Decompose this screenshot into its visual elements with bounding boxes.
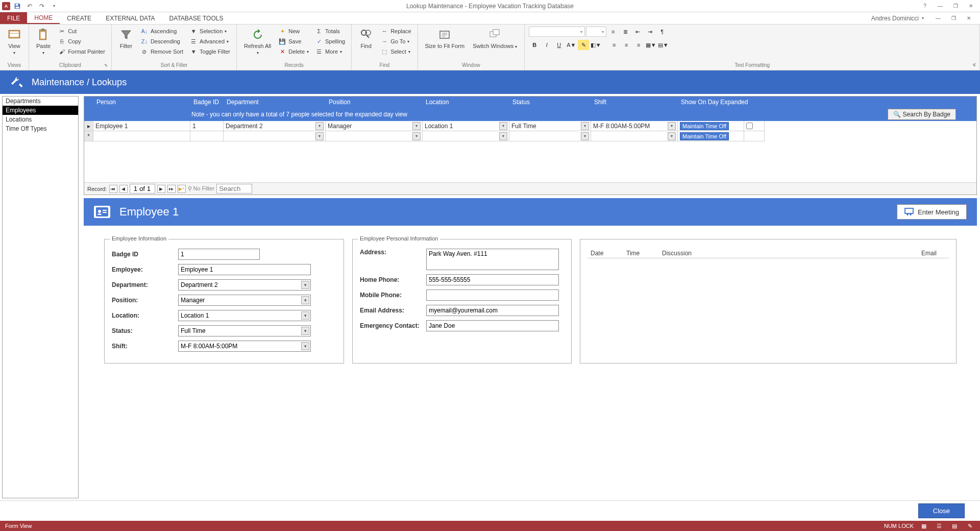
highlight-button[interactable]: ✎ [578,40,589,50]
clipboard-launcher[interactable]: ⬊ [104,63,110,69]
cell-person[interactable]: Employee 1 [93,121,190,131]
mobile-phone-input[interactable] [426,289,559,301]
view-layout-icon[interactable]: ▤ [949,522,960,530]
qat-more-icon[interactable]: ▾ [49,1,59,11]
cell-location[interactable]: Location 1 [423,121,509,131]
cell-badge[interactable]: 1 [190,121,224,131]
location-combo[interactable] [178,310,311,321]
table-row-new[interactable]: * Maintain Time Off [84,131,976,141]
cell-person[interactable] [93,131,190,141]
cell-department[interactable] [224,131,326,141]
show-expanded-check[interactable] [744,121,765,131]
position-combo[interactable] [178,295,311,306]
nav-prev-button[interactable]: ◀ [119,185,128,193]
underline-button[interactable]: U [553,40,565,50]
shift-combo[interactable] [178,341,311,352]
cell-shift[interactable] [591,131,678,141]
cell-department[interactable]: Department 2 [224,121,326,131]
align-right-button[interactable]: ≡ [633,40,644,50]
switch-windows-button[interactable]: Switch Windows ▾ [470,27,520,51]
fill-button[interactable]: ◧▼ [590,40,601,50]
align-left-button[interactable]: ≡ [608,40,620,50]
ltr-icon[interactable]: ¶ [656,27,668,37]
gridlines-button[interactable]: ▦▼ [645,40,656,50]
expanded-checkbox[interactable] [746,123,753,129]
close-form-button[interactable]: Close [918,503,965,518]
cell-position[interactable] [326,131,423,141]
redo-icon[interactable]: ↷ [37,1,47,11]
bold-button[interactable]: B [529,40,540,50]
replace-button[interactable]: ↔Replace [378,27,413,36]
align-center-button[interactable]: ≡ [621,40,632,50]
restore-button[interactable]: ❐ [948,1,963,11]
undo-icon[interactable]: ↶ [24,1,35,11]
cell-badge[interactable] [190,131,224,141]
indent-dec-icon[interactable]: ⇤ [632,27,643,37]
mdi-minimize-button[interactable]: — [931,13,945,23]
size-to-fit-button[interactable]: Size to Fit Form [422,27,468,50]
sidebar-item-locations[interactable]: Locations [3,115,78,124]
view-button[interactable]: View▾ [4,27,24,57]
font-size-combo[interactable] [586,27,606,37]
tab-file[interactable]: FILE [0,12,27,24]
table-row[interactable]: ▸ Employee 1 1 Department 2 Manager Loca… [84,121,976,131]
nav-filter-label[interactable]: ⚲ No Filter [188,185,215,192]
home-phone-input[interactable] [426,274,559,285]
row-selector[interactable]: ▸ [84,121,93,131]
copy-button[interactable]: ⎘Copy [56,37,107,46]
goto-button[interactable]: →Go To ▾ [378,37,413,46]
refresh-all-button[interactable]: Refresh All▾ [241,27,274,57]
nav-position-input[interactable] [130,184,155,194]
cell-status[interactable] [509,131,591,141]
cell-status[interactable]: Full Time [509,121,591,131]
nav-last-button[interactable]: ⏭ [167,185,176,193]
font-color-button[interactable]: A▼ [566,40,577,50]
sidebar-item-departments[interactable]: Departments [3,96,78,106]
view-form-icon[interactable]: ▦ [919,522,929,530]
close-button[interactable]: ✕ [964,1,978,11]
search-by-badge-button[interactable]: 🔍Search By Badge [888,109,956,120]
italic-button[interactable]: I [541,40,552,50]
cell-position[interactable]: Manager [326,121,423,131]
department-combo[interactable] [178,279,311,291]
sidebar-item-employees[interactable]: Employees [3,106,78,115]
remove-sort-button[interactable]: ⊘Remove Sort [138,47,185,56]
status-combo[interactable] [178,325,311,336]
selection-button[interactable]: ▼Selection ▾ [187,27,232,36]
delete-button[interactable]: ✕Delete ▾ [276,47,311,56]
mdi-restore-button[interactable]: ❐ [946,13,961,23]
find-button[interactable]: Find [356,27,376,50]
nav-first-button[interactable]: ⏮ [109,185,117,193]
filter-button[interactable]: Filter [116,27,136,50]
numbering-icon[interactable]: ≣ [620,27,631,37]
cell-shift[interactable]: M-F 8:00AM-5:00PM [591,121,678,131]
emergency-input[interactable] [426,320,559,331]
tab-create[interactable]: CREATE [60,12,99,24]
save-icon[interactable] [12,1,22,11]
employee-input[interactable] [178,264,311,275]
paste-button[interactable]: Paste▾ [33,27,54,57]
totals-button[interactable]: ΣTotals [313,27,347,36]
tab-external-data[interactable]: EXTERNAL DATA [99,12,162,24]
format-painter-button[interactable]: 🖌Format Painter [56,47,107,56]
collapse-ribbon-button[interactable]: ⌃ [973,62,977,68]
email-input[interactable] [426,305,559,316]
descending-button[interactable]: Z↓Descending [138,37,185,46]
mdi-close-button[interactable]: ✕ [962,13,976,23]
tab-database-tools[interactable]: DATABASE TOOLS [162,12,231,24]
nav-new-button[interactable]: ▶* [178,185,186,193]
nav-next-button[interactable]: ▶ [157,185,165,193]
toggle-filter-button[interactable]: ▼Toggle Filter [187,47,232,56]
more-button[interactable]: ☰More ▾ [313,47,347,56]
view-design-icon[interactable]: ✎ [965,522,975,530]
new-button[interactable]: ✦New [276,27,311,36]
view-datasheet-icon[interactable]: ☰ [934,522,944,530]
sidebar-item-timeoff[interactable]: Time Off Types [3,124,78,133]
help-button[interactable]: ? [918,1,932,11]
row-selector-new[interactable]: * [84,131,93,141]
save-button[interactable]: 💾Save [276,37,311,46]
cut-button[interactable]: ✂Cut [56,27,107,36]
alt-row-button[interactable]: ▤▼ [657,40,669,50]
address-input[interactable] [426,249,559,270]
minimize-button[interactable]: — [933,1,947,11]
